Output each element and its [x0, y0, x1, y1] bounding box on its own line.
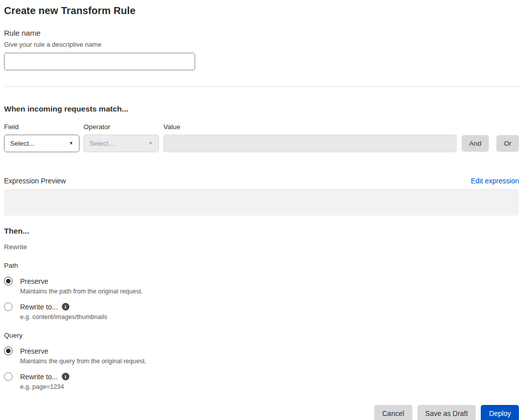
path-rewrite-radio[interactable]: Rewrite to... i: [4, 302, 519, 311]
query-preserve-radio[interactable]: Preserve: [4, 347, 519, 355]
rule-name-input[interactable]: [4, 53, 195, 70]
edit-expression-link[interactable]: Edit expression: [471, 177, 519, 185]
field-label: Field: [4, 123, 79, 131]
rule-name-label: Rule name: [4, 29, 519, 37]
path-rewrite-label: Rewrite to...: [20, 303, 58, 311]
section-divider: [4, 86, 519, 87]
path-group-label: Path: [4, 262, 519, 269]
query-group-label: Query: [4, 332, 519, 339]
radio-unselected-icon[interactable]: [4, 372, 13, 381]
expression-preview-label: Expression Preview: [4, 177, 66, 185]
operator-label: Operator: [83, 123, 159, 131]
rule-name-helper: Give your rule a descriptive name: [4, 41, 519, 48]
then-section-heading: Then...: [4, 227, 519, 236]
query-preserve-label: Preserve: [20, 347, 48, 355]
and-button[interactable]: And: [462, 135, 489, 152]
query-rewrite-label: Rewrite to...: [20, 373, 58, 381]
query-rewrite-helper: e.g. page=1234: [20, 383, 519, 390]
path-preserve-helper: Maintains the path from the original req…: [20, 288, 519, 295]
field-column: Field Select... ▼: [4, 123, 79, 152]
info-icon[interactable]: i: [62, 373, 69, 380]
operator-select[interactable]: Select... ▼: [83, 135, 159, 152]
field-select[interactable]: Select... ▼: [4, 135, 79, 152]
deploy-button[interactable]: Deploy: [481, 405, 519, 420]
or-button[interactable]: Or: [496, 135, 519, 152]
info-icon[interactable]: i: [62, 303, 69, 310]
chevron-down-icon: ▼: [148, 141, 153, 146]
path-preserve-label: Preserve: [20, 277, 48, 285]
query-rewrite-radio[interactable]: Rewrite to... i: [4, 372, 519, 381]
query-preserve-helper: Maintains the query from the original re…: [20, 358, 519, 365]
save-as-draft-button[interactable]: Save as Draft: [417, 405, 476, 420]
chevron-down-icon: ▼: [69, 141, 73, 146]
operator-column: Operator Select... ▼: [83, 123, 159, 152]
expression-preview-header: Expression Preview Edit expression: [4, 177, 519, 185]
path-preserve-radio[interactable]: Preserve: [4, 277, 519, 285]
match-condition-row: Field Select... ▼ Operator Select... ▼ V…: [4, 123, 519, 152]
page-title: Create new Transform Rule: [4, 4, 519, 17]
radio-unselected-icon[interactable]: [4, 302, 13, 311]
expression-preview-box: [4, 189, 519, 216]
radio-selected-icon[interactable]: [4, 277, 13, 285]
path-rewrite-helper: e.g. content/images/thumbnails: [20, 313, 519, 321]
value-input[interactable]: [163, 135, 457, 152]
match-section-heading: When incoming requests match...: [4, 104, 519, 114]
operator-select-value: Select...: [90, 140, 114, 147]
field-select-value: Select...: [10, 140, 35, 147]
radio-selected-icon[interactable]: [4, 347, 13, 355]
value-label: Value: [163, 123, 457, 131]
value-column: Value: [163, 123, 457, 152]
footer-actions: Cancel Save as Draft Deploy: [4, 405, 519, 420]
rewrite-subheading: Rewrite: [4, 243, 519, 251]
cancel-button[interactable]: Cancel: [374, 405, 412, 420]
